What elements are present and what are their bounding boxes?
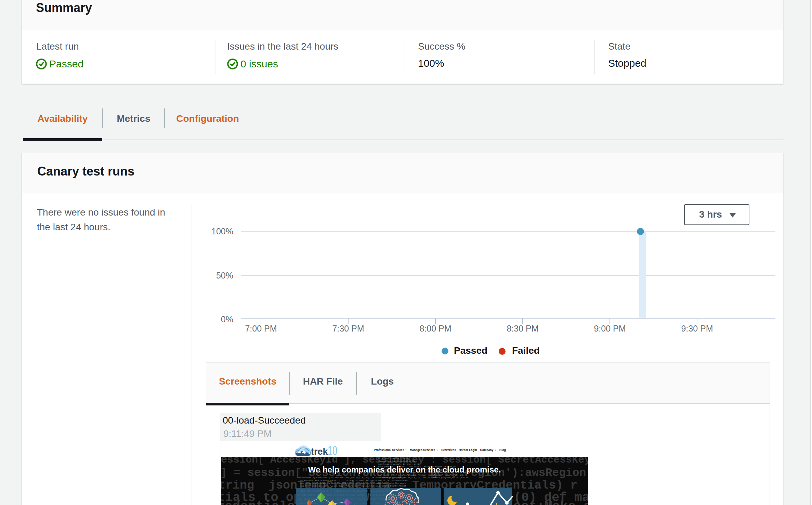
svg-text:trek: trek: [311, 446, 328, 457]
svg-text:ot use these credentials to op: ot use these credentials to open the AWS…: [298, 494, 394, 496]
svg-text:10: 10: [328, 444, 337, 458]
svg-text:n the AWS Credentials = {"s: n the AWS Credentials = {"sessionId": os…: [298, 490, 398, 492]
